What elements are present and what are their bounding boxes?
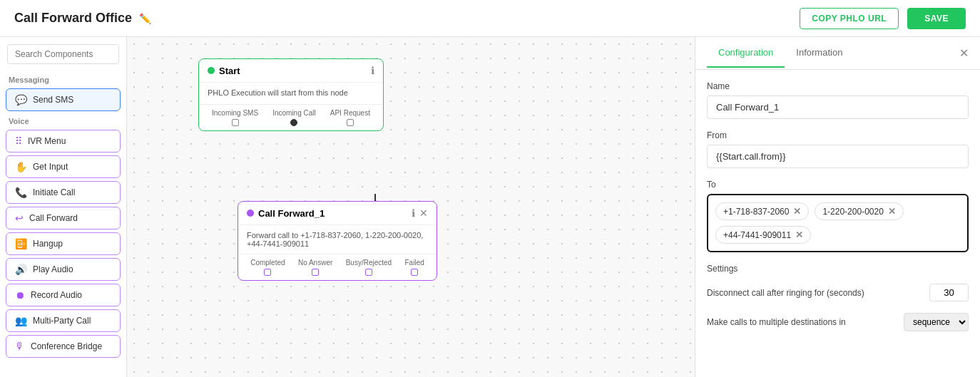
to-field-group: To +1-718-837-2060 ✕ 1-220-200-0020 ✕ +4… [707, 180, 969, 252]
search-input[interactable] [7, 44, 119, 64]
port-dot-completed[interactable] [264, 269, 271, 276]
record-audio-icon: ⏺ [15, 289, 25, 301]
call-forward-status-dot [247, 210, 254, 217]
multiparty-icon: 👥 [15, 315, 27, 326]
from-field-input[interactable] [707, 145, 969, 168]
copy-phlo-button[interactable]: COPY PHLO URL [800, 8, 899, 29]
call-forward-node[interactable]: Call Forward_1 ℹ ✕ Forward call to +1-71… [238, 201, 437, 281]
name-field-input[interactable] [707, 95, 969, 119]
port-api-request[interactable]: API Request [330, 109, 370, 126]
sidebar-item-play-audio[interactable]: 🔊 Play Audio [6, 258, 121, 281]
port-dot-incoming-sms[interactable] [232, 119, 239, 126]
ivr-icon: ⠿ [15, 135, 22, 147]
tag-phone-3-close[interactable]: ✕ [795, 229, 803, 240]
sidebar-item-call-forward[interactable]: ↩ Call Forward [6, 207, 121, 229]
port-incoming-call-label: Incoming Call [272, 109, 316, 117]
tag-phone-3-value: +44-7441-909011 [723, 230, 791, 240]
port-dot-api-request[interactable] [347, 119, 354, 126]
call-forward-node-body: Forward call to +1-718-837-2060, 1-220-2… [238, 225, 437, 254]
start-node-header: Start ℹ [199, 59, 383, 83]
start-node-ports: Incoming SMS Incoming Call API Request [199, 104, 383, 130]
page-title: Call Forward Office [14, 11, 132, 26]
header-right: COPY PHLO URL SAVE [800, 8, 966, 29]
port-dot-busy-rejected[interactable] [365, 269, 372, 276]
tag-phone-2-close[interactable]: ✕ [888, 206, 896, 217]
name-field-group: Name [707, 81, 969, 119]
port-busy-rejected[interactable]: Busy/Rejected [346, 259, 392, 276]
tag-phone-1: +1-718-837-2060 ✕ [715, 202, 809, 220]
tag-phone-2-value: 1-220-200-0020 [822, 207, 883, 217]
settings-section: Settings Disconnect call after ringing f… [707, 264, 969, 337]
edit-icon[interactable]: ✏️ [139, 13, 151, 24]
port-failed[interactable]: Failed [405, 259, 424, 276]
port-api-request-label: API Request [330, 109, 370, 117]
port-incoming-sms[interactable]: Incoming SMS [212, 109, 258, 126]
make-calls-select[interactable]: sequence parallel [904, 313, 969, 331]
disconnect-value-input[interactable] [929, 284, 969, 301]
port-busy-rejected-label: Busy/Rejected [346, 259, 392, 267]
sidebar-item-label: Get Input [33, 162, 68, 172]
port-incoming-call[interactable]: Incoming Call [272, 109, 316, 126]
tab-configuration[interactable]: Configuration [707, 38, 785, 68]
port-no-answer-label: No Answer [298, 259, 332, 267]
sidebar-item-label: Multi-Party Call [33, 316, 91, 326]
sidebar-item-multiparty-call[interactable]: 👥 Multi-Party Call [6, 309, 121, 332]
tag-phone-1-close[interactable]: ✕ [793, 206, 801, 217]
port-no-answer[interactable]: No Answer [298, 259, 332, 276]
start-node-body: PHLO Execution will start from this node [199, 83, 383, 104]
sidebar-item-ivr-menu[interactable]: ⠿ IVR Menu [6, 130, 121, 153]
close-icon-cf[interactable]: ✕ [419, 207, 428, 219]
start-node[interactable]: Start ℹ PHLO Execution will start from t… [198, 58, 384, 131]
save-button[interactable]: SAVE [907, 8, 966, 29]
sidebar-item-send-sms[interactable]: 💬 Send SMS [6, 88, 121, 111]
to-field-container[interactable]: +1-718-837-2060 ✕ 1-220-200-0020 ✕ +44-7… [707, 194, 969, 252]
canvas[interactable]: Start ℹ PHLO Execution will start from t… [127, 37, 695, 377]
start-node-title: Start [219, 66, 240, 76]
play-audio-icon: 🔊 [15, 264, 27, 275]
header: Call Forward Office ✏️ COPY PHLO URL SAV… [0, 0, 980, 37]
start-status-dot [208, 67, 215, 74]
call-forward-title-group: Call Forward_1 [247, 208, 325, 219]
name-field-label: Name [707, 81, 969, 91]
sidebar-item-label: Initiate Call [33, 187, 75, 197]
sidebar-item-label: Send SMS [33, 95, 73, 105]
info-icon-cf[interactable]: ℹ [412, 207, 415, 219]
tab-information[interactable]: Information [785, 38, 854, 68]
port-completed[interactable]: Completed [250, 259, 285, 276]
close-panel-icon[interactable]: ✕ [959, 46, 969, 60]
to-field-label: To [707, 180, 969, 190]
main-layout: Messaging 💬 Send SMS Voice ⠿ IVR Menu ✋ … [0, 37, 980, 377]
call-forward-node-title: Call Forward_1 [258, 208, 325, 219]
voice-section-label: Voice [0, 113, 126, 128]
hangup-icon: 📴 [15, 238, 27, 249]
disconnect-row: Disconnect call after ringing for (secon… [707, 278, 969, 307]
from-field-group: From [707, 130, 969, 168]
tag-phone-1-value: +1-718-837-2060 [723, 207, 789, 217]
header-left: Call Forward Office ✏️ [14, 11, 151, 26]
messaging-section-label: Messaging [0, 71, 126, 87]
panel-tabs: Configuration Information [707, 38, 854, 68]
initiate-call-icon: 📞 [15, 187, 27, 198]
port-dot-incoming-call[interactable] [290, 119, 297, 126]
from-field-label: From [707, 130, 969, 140]
call-forward-icon: ↩ [15, 212, 24, 224]
sidebar-item-label: Hangup [33, 239, 63, 249]
sidebar-item-initiate-call[interactable]: 📞 Initiate Call [6, 181, 121, 204]
sidebar-item-hangup[interactable]: 📴 Hangup [6, 232, 121, 255]
sidebar-item-record-audio[interactable]: ⏺ Record Audio [6, 284, 121, 306]
port-dot-failed[interactable] [411, 269, 418, 276]
panel-body: Name From To +1-718-837-2060 ✕ 1-220-200… [695, 70, 980, 348]
port-failed-label: Failed [405, 259, 424, 267]
sidebar-item-label: IVR Menu [28, 136, 66, 146]
start-node-icons[interactable]: ℹ [371, 65, 374, 76]
sidebar-item-label: Play Audio [33, 264, 73, 274]
right-panel: Configuration Information ✕ Name From To… [695, 37, 980, 377]
get-input-icon: ✋ [15, 161, 27, 172]
info-icon[interactable]: ℹ [371, 65, 374, 76]
sidebar-item-conference-bridge[interactable]: 🎙 Conference Bridge [6, 335, 121, 358]
port-dot-no-answer[interactable] [312, 269, 319, 276]
sidebar-item-label: Record Audio [31, 290, 82, 300]
sidebar-item-get-input[interactable]: ✋ Get Input [6, 155, 121, 178]
call-forward-node-icons[interactable]: ℹ ✕ [412, 207, 428, 219]
port-incoming-sms-label: Incoming SMS [212, 109, 258, 117]
